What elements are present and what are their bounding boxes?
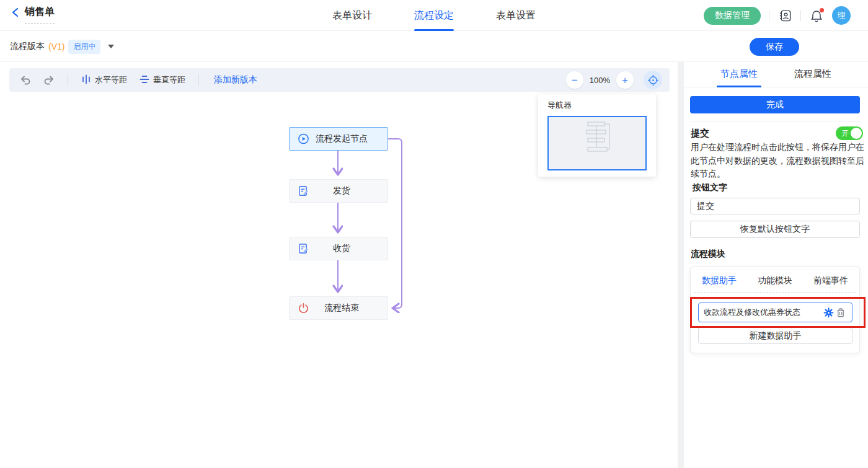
version-label: 流程版本 (10, 41, 45, 52)
submit-toggle[interactable]: 开 (836, 126, 863, 140)
notification-bell-icon[interactable] (809, 8, 824, 23)
divider (198, 74, 199, 86)
navigator-minimap (549, 117, 645, 169)
tab-data-assistant[interactable]: 数据助手 (702, 275, 737, 286)
flow-module-label: 流程模块 (691, 249, 725, 260)
save-button[interactable]: 保存 (750, 38, 799, 56)
navigator-title: 导航器 (547, 100, 647, 111)
trash-icon[interactable] (835, 306, 847, 319)
button-text-input[interactable] (690, 198, 860, 214)
data-assistant-item-label: 收款流程及修改优惠券状态 (704, 307, 822, 318)
header-tabs: 表单设计 流程设定 表单设置 (332, 0, 536, 31)
notification-badge (820, 8, 824, 12)
gear-icon[interactable] (822, 306, 835, 319)
flow-module-card: 数据助手 功能模块 前端事件 收款流程及修改优惠券状态 新建数据助手 (690, 267, 860, 353)
undo-button[interactable] (17, 73, 34, 87)
flow-node-ship[interactable]: 发货 (289, 179, 388, 203)
document-edit-icon (298, 185, 309, 197)
power-icon (298, 302, 309, 314)
canvas-toolbar: 水平等距 垂直等距 添加新版本 − 100% + (9, 68, 670, 92)
divider (769, 10, 769, 21)
vertical-spacing-icon (140, 74, 149, 86)
flow-node-start[interactable]: 流程发起节点 (289, 127, 388, 151)
zoom-in-button[interactable]: + (616, 71, 634, 89)
flow-version-info: 流程版本 (V1) 启用中 (10, 31, 114, 62)
document-edit-icon (298, 243, 309, 255)
play-circle-icon (298, 133, 309, 145)
vertical-spacing-button[interactable]: 垂直等距 (136, 72, 188, 89)
zoom-controls: − 100% + (566, 71, 662, 89)
properties-panel: 节点属性 流程属性 完成 提交 开 用户在处理流程时点击此按钮，将保存用户在此节… (684, 62, 868, 468)
contact-book-icon[interactable] (777, 8, 792, 23)
new-data-assistant-button[interactable]: 新建数据助手 (698, 327, 852, 344)
tab-frontend-event[interactable]: 前端事件 (813, 275, 848, 286)
toggle-on-label: 开 (841, 129, 849, 138)
submit-description: 用户在处理流程时点击此按钮，将保存用户在此节点中对数据的更改，流程数据视图转至后… (691, 141, 864, 181)
dashed-divider (694, 292, 856, 293)
flow-node-receive[interactable]: 收货 (289, 237, 388, 260)
status-badge: 启用中 (68, 40, 100, 54)
tab-form-setting[interactable]: 表单设置 (496, 0, 536, 31)
tab-node-properties[interactable]: 节点属性 (720, 62, 758, 87)
divider (690, 121, 862, 122)
flow-node-end[interactable]: 流程结束 (289, 296, 388, 320)
active-tab-underline (414, 29, 454, 31)
toggle-knob (851, 128, 862, 139)
panel-tabs: 节点属性 流程属性 (684, 62, 868, 87)
submit-section-label: 提交 (691, 128, 709, 139)
app-header: 销售单 表单设计 流程设定 表单设置 数据管理 理 (0, 0, 868, 31)
horizontal-spacing-icon (81, 74, 91, 86)
main-area: 水平等距 垂直等距 添加新版本 − 100% + (0, 62, 868, 468)
header-actions: 数据管理 理 (704, 0, 851, 31)
button-text-label: 按钮文字 (693, 182, 727, 193)
document-title: 销售单 (25, 6, 55, 24)
add-new-version-link[interactable]: 添加新版本 (214, 74, 257, 86)
version-bar: 流程版本 (V1) 启用中 保存 (0, 31, 868, 62)
flow-canvas[interactable]: 水平等距 垂直等距 添加新版本 − 100% + (0, 62, 678, 468)
chevron-down-icon[interactable] (108, 45, 114, 48)
back-chevron-icon (11, 7, 20, 20)
data-assistant-item[interactable]: 收款流程及修改优惠券状态 (698, 302, 852, 322)
module-tabs: 数据助手 功能模块 前端事件 (691, 267, 859, 292)
tab-flow-setting[interactable]: 流程设定 (414, 0, 454, 31)
navigator-viewport[interactable] (547, 116, 647, 170)
divider (68, 74, 68, 86)
divider (800, 10, 801, 21)
tab-form-design[interactable]: 表单设计 (332, 0, 372, 31)
data-manage-button[interactable]: 数据管理 (704, 7, 761, 25)
redo-button[interactable] (40, 73, 58, 87)
active-tab-underline (717, 86, 761, 87)
user-avatar[interactable]: 理 (832, 6, 851, 25)
tab-flow-properties[interactable]: 流程属性 (794, 62, 831, 87)
back-button[interactable]: 销售单 (11, 6, 55, 24)
version-number: (V1) (48, 42, 64, 51)
zoom-level: 100% (590, 76, 610, 85)
zoom-out-button[interactable]: − (566, 71, 583, 89)
fit-view-target-icon[interactable] (644, 71, 662, 89)
navigator-panel: 导航器 (538, 94, 656, 177)
reset-button-text-button[interactable]: 恢复默认按钮文字 (690, 221, 860, 238)
horizontal-spacing-button[interactable]: 水平等距 (78, 72, 130, 89)
tab-function-module[interactable]: 功能模块 (758, 275, 792, 286)
done-button[interactable]: 完成 (690, 96, 860, 113)
